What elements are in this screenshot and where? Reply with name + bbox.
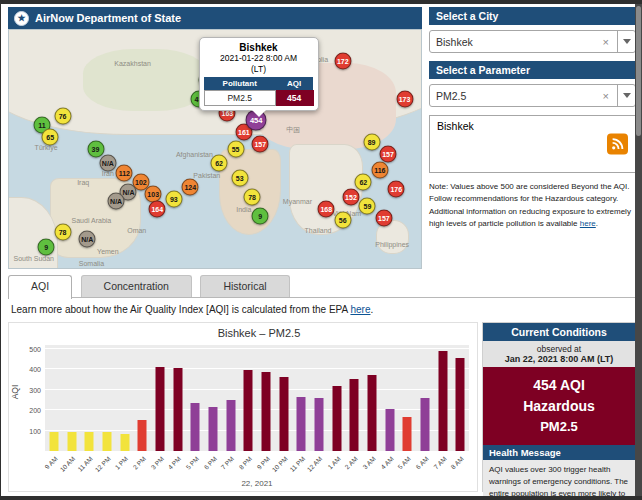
aqi-marker[interactable]: N/A (108, 193, 125, 210)
chart-bar[interactable] (49, 432, 58, 451)
aqi-marker[interactable]: 173 (396, 91, 413, 108)
tab-bar: AQI Concentration Historical (8, 275, 635, 298)
map-country-label: Oman (127, 226, 146, 233)
aqi-marker[interactable]: 157 (380, 145, 397, 162)
city-select[interactable]: Bishkek × (429, 30, 635, 53)
aqi-marker[interactable]: 39 (87, 141, 104, 158)
tab-historical[interactable]: Historical (200, 275, 289, 297)
scrollbar-thumb[interactable] (636, 6, 641, 136)
chart-bar[interactable] (279, 377, 288, 451)
chart-bar[interactable] (332, 386, 341, 451)
tab-concentration[interactable]: Concentration (81, 275, 192, 297)
chart-bar[interactable] (350, 379, 359, 451)
aqi-marker[interactable]: 164 (149, 200, 166, 217)
browser-frame: ★ AirNow Department of State Bishkek 202… (0, 0, 642, 500)
select-parameter-header: Select a Parameter (429, 61, 635, 79)
chart-gridline (45, 368, 469, 369)
map-country-label: Myanmar (283, 198, 312, 205)
city-dropdown-arrow-icon[interactable] (617, 31, 635, 52)
chart-bar[interactable] (191, 403, 200, 451)
aqi-marker[interactable]: 78 (54, 224, 71, 241)
aqi-marker[interactable]: 89 (363, 133, 380, 150)
popup-datetime: 2021-01-22 8:00 AM (204, 53, 314, 64)
popup-pollutant-value: PM2.5 (204, 91, 275, 106)
current-conditions-header: Current Conditions (483, 323, 635, 341)
parameter-clear-icon[interactable]: × (595, 90, 617, 102)
map-country-label: South Sudan (13, 255, 53, 262)
aqi-marker[interactable]: 76 (54, 107, 71, 124)
chart-bar[interactable] (67, 432, 76, 451)
chart-bar[interactable] (85, 432, 94, 451)
chart-bar[interactable] (403, 417, 412, 451)
chart-date-label: 22, 2021 (45, 479, 469, 488)
chart-xtick-label: 9 PM (255, 455, 271, 471)
chart-xtick-label: 10 AM (58, 455, 76, 473)
chart-xtick-label: 7 PM (220, 455, 236, 471)
chart-bar[interactable] (155, 367, 164, 451)
aqi-marker[interactable]: 59 (359, 198, 376, 215)
aqi-marker[interactable]: 116 (371, 162, 388, 179)
parameter-select[interactable]: PM2.5 × (429, 84, 635, 107)
aqi-marker[interactable]: 157 (375, 210, 392, 227)
aqi-marker[interactable]: 157 (252, 136, 269, 153)
map-country-label: Thailand (305, 226, 332, 233)
aqi-marker[interactable]: N/A (99, 155, 116, 172)
chart-bar[interactable] (138, 420, 147, 451)
parameter-dropdown-arrow-icon[interactable] (617, 85, 635, 106)
aqi-marker[interactable]: 62 (211, 155, 228, 172)
aqi-marker[interactable]: 56 (334, 212, 351, 229)
chart-bar[interactable] (456, 358, 465, 451)
chart-bar[interactable] (367, 375, 376, 451)
chart-bar[interactable] (244, 370, 253, 451)
chart-bar[interactable] (385, 409, 394, 451)
chart-xtick-label: 5 PM (184, 455, 200, 471)
chart-bar[interactable] (438, 351, 447, 451)
aqi-marker[interactable]: 152 (342, 188, 359, 205)
chart-ytick-label: 200 (29, 407, 41, 414)
aqi-marker[interactable]: 112 (116, 164, 133, 181)
chart-bar[interactable] (173, 368, 182, 451)
aqi-marker[interactable]: 62 (355, 174, 372, 191)
city-clear-icon[interactable]: × (595, 36, 617, 48)
popup-timezone: (LT) (204, 64, 314, 75)
current-conditions-panel: Current Conditions observed at Jan 22, 2… (482, 322, 635, 492)
chart-bar[interactable] (120, 434, 129, 451)
aqi-marker[interactable]: N/A (79, 231, 96, 248)
chart-bar[interactable] (226, 400, 235, 451)
tab-aqi[interactable]: AQI (8, 275, 72, 299)
aqi-marker[interactable]: 53 (231, 169, 248, 186)
chart-gridline (45, 348, 469, 349)
app-header: ★ AirNow Department of State (8, 7, 422, 29)
chart-bar[interactable] (420, 398, 429, 451)
chart-bar[interactable] (102, 432, 111, 451)
map[interactable]: Bishkek 2021-01-22 8:00 AM (LT) Pollutan… (8, 29, 422, 269)
aqi-marker[interactable]: 9 (252, 207, 269, 224)
popup-col-pollutant: Pollutant (204, 77, 275, 91)
map-country-label: Pakistan (193, 172, 220, 179)
chart-xtick-label: 4 PM (167, 455, 183, 471)
aqi-marker[interactable]: 65 (42, 129, 59, 146)
aqi-marker[interactable]: 168 (318, 200, 335, 217)
epa-here-link[interactable]: here (350, 304, 370, 315)
chart-bar[interactable] (208, 407, 217, 451)
note-here-link[interactable]: here (580, 219, 596, 228)
rss-icon[interactable] (607, 134, 628, 155)
aqi-marker[interactable]: 176 (388, 181, 405, 198)
chart-bar[interactable] (314, 398, 323, 451)
chart-plot (45, 345, 469, 451)
aqi-marker[interactable]: 172 (334, 52, 351, 69)
chart-bar[interactable] (297, 397, 306, 451)
aqi-marker[interactable]: 93 (165, 190, 182, 207)
chart-xtick-label: 9 AM (43, 455, 58, 470)
aqi-marker[interactable]: 124 (182, 179, 199, 196)
aqi-marker[interactable]: 78 (244, 188, 261, 205)
airnow-page: ★ AirNow Department of State Bishkek 202… (1, 4, 635, 496)
map-country-label: India (236, 205, 251, 212)
scrollbar[interactable] (635, 4, 642, 496)
chart-ytick-label: 300 (29, 386, 41, 393)
aqi-marker[interactable]: 9 (38, 238, 55, 255)
aqi-marker[interactable]: 55 (227, 141, 244, 158)
state-dept-seal-icon: ★ (14, 11, 29, 26)
chart-bar[interactable] (261, 372, 270, 451)
chart-xtick-label: 12 AM (306, 455, 324, 473)
